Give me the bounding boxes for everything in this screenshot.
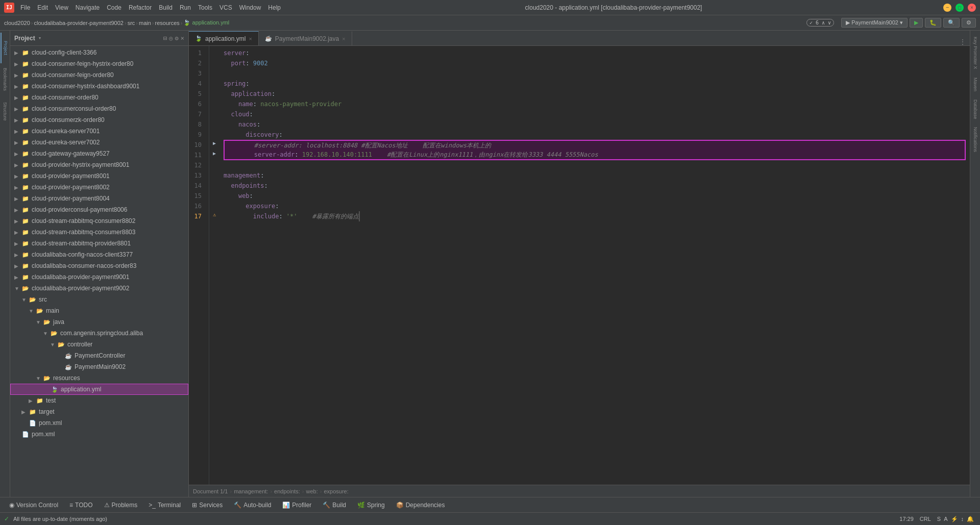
tree-item-java[interactable]: ▼ 📂 java	[10, 316, 188, 328]
yml-tab-icon: 🍃	[195, 35, 202, 42]
sidebar-project-icon[interactable]: Project	[1, 33, 10, 63]
project-tree[interactable]: ▶ 📁 cloud-config-client-3366 ▶ 📁 cloud-c…	[10, 46, 188, 497]
tree-item-hystrix-payment8001[interactable]: ▶ 📁 cloud-provider-hystrix-payment8001	[10, 159, 188, 170]
menu-edit[interactable]: Edit	[34, 3, 51, 12]
menu-run[interactable]: Run	[177, 3, 194, 12]
tree-item-controller[interactable]: ▼ 📂 controller	[10, 339, 188, 350]
tree-item-rabbitmq8803[interactable]: ▶ 📁 cloud-stream-rabbitmq-consumer8803	[10, 227, 188, 238]
menu-window[interactable]: Window	[236, 3, 264, 12]
tree-item-payment-controller[interactable]: ☕ PaymentController	[10, 350, 188, 361]
toolbar-tab-dependencies[interactable]: 📦 Dependencies	[391, 498, 450, 512]
breadcrumb-cloud2020[interactable]: cloud2020	[4, 20, 30, 26]
menu-tools[interactable]: Tools	[195, 3, 215, 12]
minimize-button[interactable]: −	[943, 4, 951, 12]
tree-item-nacos-order83[interactable]: ▶ 📁 cloudalibaba-consumer-nacos-order83	[10, 260, 188, 271]
tab-close-payment-main[interactable]: ×	[342, 36, 345, 42]
folder-icon: 📁	[36, 396, 44, 405]
run-config-dropdown[interactable]: ▶ PaymentMain9002 ▾	[841, 18, 908, 28]
tree-item-resources[interactable]: ▼ 📂 resources	[10, 372, 188, 384]
sidebar-bookmarks-icon[interactable]: Bookmarks	[1, 64, 10, 95]
tree-item-payment8001[interactable]: ▶ 📁 cloud-provider-payment8001	[10, 170, 188, 182]
breadcrumb-resources[interactable]: resources	[155, 20, 180, 26]
menu-navigate[interactable]: Navigate	[72, 3, 103, 12]
close-button[interactable]: ×	[968, 4, 976, 12]
sidebar-key-promoter[interactable]: Key Promoter X	[972, 33, 979, 73]
editor-content[interactable]: 1 2 3 4 5 6 7 8 9 10 11 12 13 14 15 16 1	[189, 46, 970, 485]
menu-code[interactable]: Code	[104, 3, 125, 12]
menu-vcs[interactable]: VCS	[216, 3, 235, 12]
maximize-button[interactable]: □	[955, 4, 964, 12]
sidebar-structure-icon[interactable]: Structure	[1, 96, 10, 127]
tree-item-consumerconsul[interactable]: ▶ 📁 cloud-consumerconsul-order80	[10, 103, 188, 114]
tree-item-test[interactable]: ▶ 📁 test	[10, 395, 188, 406]
breadcrumb-main[interactable]: main	[139, 20, 151, 26]
toolbar-tab-services[interactable]: ⊞ Services	[187, 498, 228, 512]
power-save-icon: ⚡	[951, 516, 958, 522]
menu-bar[interactable]: File Edit View Navigate Code Refactor Bu…	[17, 3, 284, 12]
toolbar-tab-spring[interactable]: 🌿 Spring	[352, 498, 390, 512]
breadcrumb-src[interactable]: src	[128, 20, 135, 26]
tree-item-eureka7001[interactable]: ▶ 📁 cloud-eureka-server7001	[10, 126, 188, 137]
tree-item-payment-main9002[interactable]: ☕ PaymentMain9002	[10, 361, 188, 372]
tree-item-providerconsul8006[interactable]: ▶ 📁 cloud-providerconsul-payment8006	[10, 204, 188, 215]
tab-overflow-button[interactable]: ⋮	[955, 38, 970, 45]
tree-item-src[interactable]: ▼ 📂 src	[10, 294, 188, 305]
debug-button[interactable]: 🐛	[925, 18, 941, 28]
tree-item-payment8004[interactable]: ▶ 📁 cloud-provider-payment8004	[10, 193, 188, 204]
settings-button[interactable]: ⚙	[962, 18, 976, 28]
tree-item-pom-xml[interactable]: 📄 pom.xml	[10, 417, 188, 429]
sidebar-database[interactable]: Database	[972, 95, 979, 123]
code-line-16: exposure:	[224, 201, 966, 211]
tree-item-eureka7002[interactable]: ▶ 📁 cloud-eureka-server7002	[10, 137, 188, 148]
menu-file[interactable]: File	[17, 3, 33, 12]
tab-application-yml[interactable]: 🍃 application.yml ×	[189, 31, 259, 45]
menu-refactor[interactable]: Refactor	[126, 3, 155, 12]
tree-item-payment9002[interactable]: ▼ 📂 cloudalibaba-provider-payment9002	[10, 283, 188, 294]
toolbar-tab-problems[interactable]: ⚠ Problems	[99, 498, 143, 512]
toolbar-tab-auto-build[interactable]: 🔨 Auto-build	[229, 498, 276, 512]
tree-item-root-pom[interactable]: 📄 pom.xml	[10, 429, 188, 440]
toolbar-tab-todo[interactable]: ≡ TODO	[64, 498, 97, 512]
menu-build[interactable]: Build	[156, 3, 176, 12]
locate-icon[interactable]: ◎	[169, 35, 173, 42]
tree-item-nacos-client3377[interactable]: ▶ 📁 cloudalibaba-config-nacos-client3377	[10, 249, 188, 260]
toolbar-tab-version-control[interactable]: ◉ Version Control	[4, 498, 63, 512]
run-button[interactable]: ▶	[910, 18, 923, 28]
tree-item-payment9001[interactable]: ▶ 📁 cloudalibaba-provider-payment9001	[10, 271, 188, 283]
tab-payment-main[interactable]: ☕ PaymentMain9002.java ×	[259, 31, 352, 45]
tree-item-feign-order[interactable]: ▶ 📁 cloud-consumer-feign-order80	[10, 69, 188, 81]
status-position[interactable]: 17:29	[897, 516, 916, 522]
breadcrumb-file[interactable]: 🍃 application.yml	[183, 19, 229, 26]
tree-item-gateway9527[interactable]: ▶ 📁 cloud-gateway-gateway9527	[10, 148, 188, 159]
toolbar-tab-build[interactable]: 🔨 Build	[317, 498, 351, 512]
sidebar-notifications[interactable]: Notifications	[972, 123, 979, 156]
settings-icon[interactable]: ⚙	[175, 35, 179, 42]
tree-item-feign-hystrix[interactable]: ▶ 📁 cloud-consumer-feign-hystrix-order80	[10, 58, 188, 69]
tree-item-hystrix-dashboard[interactable]: ▶ 📁 cloud-consumer-hystrix-dashboard9001	[10, 81, 188, 92]
menu-help[interactable]: Help	[265, 3, 284, 12]
tree-item-target[interactable]: ▶ 📁 target	[10, 406, 188, 417]
tab-close-application-yml[interactable]: ×	[249, 36, 252, 42]
toolbar-tab-profiler[interactable]: 📊 Profiler	[277, 498, 316, 512]
toolbar-tab-terminal[interactable]: >_ Terminal	[143, 498, 186, 512]
tree-item-consumerzk[interactable]: ▶ 📁 cloud-consumerzk-order80	[10, 114, 188, 126]
tree-item-main[interactable]: ▼ 📂 main	[10, 305, 188, 316]
tree-item-consumer-order80[interactable]: ▶ 📁 cloud-consumer-order80	[10, 92, 188, 103]
breadcrumb-management: management:	[234, 488, 268, 494]
tree-item-payment8002[interactable]: ▶ 📁 cloud-provider-payment8002	[10, 182, 188, 193]
menu-view[interactable]: View	[52, 3, 71, 12]
tree-item-rabbitmq8802[interactable]: ▶ 📁 cloud-stream-rabbitmq-consumer8802	[10, 215, 188, 227]
editor-wrapper: 1 2 3 4 5 6 7 8 9 10 11 12 13 14 15 16 1	[189, 46, 970, 485]
search-button[interactable]: 🔍	[943, 18, 960, 28]
tree-item-rabbitmq8801[interactable]: ▶ 📁 cloud-stream-rabbitmq-provider8801	[10, 238, 188, 249]
status-encoding[interactable]: CRL	[918, 516, 933, 522]
tree-item-application-yml[interactable]: 🍃 application.yml	[10, 384, 188, 395]
window-controls[interactable]: − □ ×	[943, 4, 976, 12]
sidebar-maven[interactable]: Maven	[972, 73, 979, 95]
tree-item-package[interactable]: ▼ 📂 com.angenin.springcloud.aliba	[10, 328, 188, 339]
breadcrumb-module[interactable]: cloudalibaba-provider-payment9002	[34, 20, 124, 26]
tree-item-cloud-config[interactable]: ▶ 📁 cloud-config-client-3366	[10, 47, 188, 58]
close-panel-icon[interactable]: ×	[181, 35, 184, 42]
collapse-all-icon[interactable]: ⊟	[163, 35, 167, 42]
code-editor[interactable]: server: port: 9002 spring: application: …	[219, 46, 970, 485]
